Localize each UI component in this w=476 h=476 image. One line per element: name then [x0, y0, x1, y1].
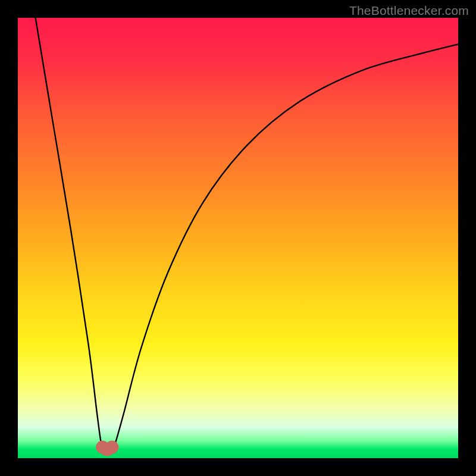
optimum-marker-1 [105, 441, 118, 454]
watermark-text: TheBottlenecker.com [349, 4, 469, 18]
bottleneck-line [36, 18, 458, 455]
chart-frame: TheBottlenecker.com [0, 0, 476, 476]
plot-area [18, 18, 458, 458]
bottleneck-curve [18, 18, 458, 458]
